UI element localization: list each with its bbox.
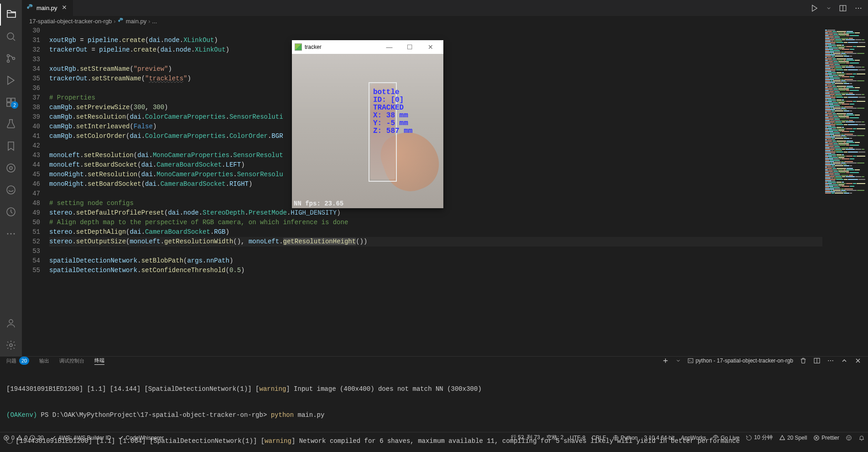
- svg-rect-4: [7, 98, 10, 102]
- svg-point-0: [7, 33, 14, 39]
- panel-tab-terminal[interactable]: 终端: [94, 357, 104, 365]
- breadcrumb-folder[interactable]: 17-spatial-object-tracker-on-rgb: [29, 18, 112, 25]
- problems-count: 20: [19, 357, 29, 365]
- close-icon[interactable]: ✕: [420, 41, 441, 53]
- terminal-shell-label[interactable]: python - 17-spatial-object-tracker-on-rg…: [687, 357, 793, 364]
- breadcrumbs[interactable]: 17-spatial-object-tracker-on-rgb › main.…: [22, 16, 868, 26]
- panel-tabs: 问题 20 输出 调试控制台 终端 python - 17-spatial-ob…: [0, 357, 868, 365]
- panel: 问题 20 输出 调试控制台 终端 python - 17-spatial-ob…: [0, 356, 868, 432]
- activity-bar: 2: [0, 0, 22, 356]
- more-actions-icon[interactable]: [854, 4, 863, 12]
- svg-point-19: [856, 7, 857, 8]
- chevron-right-icon: ›: [148, 18, 150, 25]
- trash-icon[interactable]: [800, 357, 807, 364]
- svg-point-10: [7, 186, 15, 194]
- chevron-down-icon[interactable]: [826, 5, 832, 11]
- split-editor-icon[interactable]: [839, 4, 847, 12]
- testing-icon[interactable]: [0, 113, 22, 135]
- chevron-right-icon: ›: [114, 18, 115, 25]
- breadcrumb-file[interactable]: main.py: [126, 18, 147, 25]
- svg-point-26: [832, 360, 833, 361]
- python-file-icon: [118, 17, 124, 25]
- editor-area: main.py: [22, 0, 868, 356]
- explorer-icon[interactable]: [0, 4, 22, 26]
- minimize-icon[interactable]: —: [379, 41, 400, 53]
- svg-point-14: [14, 233, 15, 235]
- tracker-image: bottle ID: [0] TRACKED X: 38 mm Y: -5 mm…: [292, 54, 443, 208]
- more-icon[interactable]: [0, 223, 22, 245]
- spinner-icon: [6, 437, 13, 444]
- python-file-icon: [26, 4, 34, 12]
- line-gutter: 3031323334353637383940414243444546474849…: [22, 26, 49, 356]
- search-icon[interactable]: [0, 26, 22, 47]
- svg-point-2: [7, 60, 10, 63]
- history-icon[interactable]: [0, 201, 22, 223]
- gitlens-icon[interactable]: [0, 157, 22, 179]
- aws-icon[interactable]: [0, 179, 22, 201]
- svg-rect-6: [7, 103, 10, 106]
- svg-point-15: [9, 320, 13, 323]
- more-icon[interactable]: [827, 357, 834, 364]
- settings-icon[interactable]: [0, 334, 22, 356]
- svg-point-8: [7, 164, 15, 172]
- svg-point-12: [7, 233, 9, 235]
- extensions-icon[interactable]: 2: [0, 91, 22, 113]
- run-icon[interactable]: [811, 4, 819, 12]
- svg-point-25: [830, 360, 831, 361]
- breadcrumb-symbol[interactable]: ...: [152, 18, 157, 25]
- tab-main-py[interactable]: main.py: [22, 0, 73, 16]
- minimap[interactable]: [822, 26, 868, 356]
- svg-point-21: [860, 7, 861, 8]
- split-terminal-icon[interactable]: [813, 357, 821, 364]
- svg-point-9: [10, 167, 12, 169]
- svg-point-1: [7, 55, 10, 57]
- svg-point-16: [10, 344, 12, 347]
- new-terminal-icon[interactable]: [662, 357, 669, 364]
- panel-tab-debug[interactable]: 调试控制台: [59, 357, 84, 365]
- maximize-icon[interactable]: ☐: [400, 41, 420, 53]
- extensions-badge: 2: [11, 101, 18, 109]
- svg-point-17: [29, 5, 29, 5]
- tabs-bar: main.py: [22, 0, 868, 16]
- close-panel-icon[interactable]: [854, 357, 862, 364]
- run-debug-icon[interactable]: [0, 69, 22, 91]
- tracker-fps: NN fps: 23.65: [294, 200, 343, 207]
- bookmark-icon[interactable]: [0, 135, 22, 157]
- account-icon[interactable]: [0, 312, 22, 334]
- svg-point-24: [828, 360, 829, 361]
- tracker-titlebar[interactable]: tracker — ☐ ✕: [292, 40, 443, 54]
- close-icon[interactable]: [60, 3, 68, 13]
- svg-point-13: [10, 233, 12, 235]
- chevron-down-icon[interactable]: [676, 358, 681, 363]
- svg-rect-22: [688, 358, 693, 363]
- chevron-up-icon[interactable]: [841, 357, 848, 364]
- terminal-body[interactable]: [1944301091B1ED1200] [1.1] [14.144] [Spa…: [0, 365, 868, 452]
- editor-body[interactable]: 3031323334353637383940414243444546474849…: [22, 26, 868, 356]
- panel-tab-problems[interactable]: 问题 20: [6, 357, 29, 365]
- svg-point-20: [858, 7, 859, 8]
- tracker-title-text: tracker: [305, 44, 322, 50]
- tracker-window[interactable]: tracker — ☐ ✕ bottle ID: [0] TRACKED X: …: [292, 40, 443, 208]
- tracker-overlay-text: bottle ID: [0] TRACKED X: 38 mm Y: -5 mm…: [373, 89, 412, 135]
- opencv-icon: [295, 43, 302, 51]
- panel-tab-output[interactable]: 输出: [39, 357, 49, 365]
- tab-label: main.py: [36, 5, 57, 11]
- source-control-icon[interactable]: [0, 47, 22, 69]
